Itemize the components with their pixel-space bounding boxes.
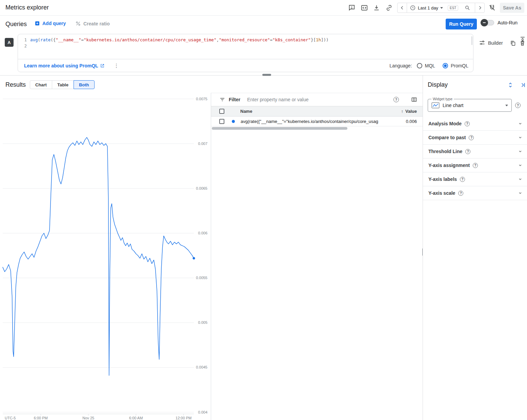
svg-text:6:00 AM: 6:00 AM [129, 416, 143, 420]
tab-both[interactable]: Both [74, 80, 95, 89]
help-icon[interactable]: ? [473, 163, 478, 168]
line-chart-icon [431, 102, 440, 108]
chevron-left-icon [399, 5, 405, 11]
help-icon[interactable]: ? [469, 135, 474, 140]
collapse-panel-icon[interactable] [520, 82, 526, 88]
filter-bar: Filter ? [211, 93, 423, 106]
run-query-button[interactable]: Run Query [446, 19, 477, 29]
line-chart: 0.00750.0070.00650.0060.00550.0050.00450… [0, 93, 211, 420]
mql-label[interactable]: MQL [425, 63, 435, 68]
create-ratio-label: Create ratio [83, 21, 110, 26]
section-y-axis-scale[interactable]: Y-axis scale ? [423, 186, 527, 200]
language-selector: Language: MQL PromQL [389, 63, 468, 68]
time-back-button[interactable] [398, 3, 407, 13]
chevron-down-icon [518, 191, 522, 195]
queries-toolbar: Queries Add query Create ratio Run Query… [0, 16, 527, 33]
clock-icon [410, 5, 416, 11]
row-checkbox[interactable] [219, 119, 224, 124]
sort-ascending-icon: ↑ [401, 109, 404, 114]
tune-icon [479, 40, 485, 46]
learn-more-link[interactable]: Learn more about using PromQL [24, 63, 105, 68]
queries-title: Queries [5, 21, 27, 28]
chevron-down-icon [518, 177, 522, 181]
save-as-button[interactable]: Save As [500, 3, 524, 13]
editor-scrollbar[interactable] [471, 36, 472, 45]
external-link-icon [100, 63, 105, 68]
learn-more-label: Learn more about using PromQL [24, 63, 98, 68]
svg-text:0.006: 0.006 [198, 231, 207, 235]
time-range-dropdown[interactable]: Last 1 day EST [407, 5, 475, 11]
horizontal-scrollbar[interactable] [212, 127, 347, 130]
display-title: Display [428, 81, 448, 88]
tab-table[interactable]: Table [52, 80, 74, 89]
svg-text:0.005: 0.005 [198, 320, 207, 324]
table-row[interactable]: avg(rate({"__name__"="kubernetes.io/anth… [211, 117, 423, 126]
widget-type-label: Widget type [431, 97, 454, 101]
code-area[interactable]: 1 2 avg(rate({"__name__"="kubernetes.io/… [18, 34, 473, 59]
caret-down-icon [505, 105, 508, 106]
search-icon[interactable] [464, 5, 470, 11]
tab-chart[interactable]: Chart [30, 80, 52, 89]
create-ratio-button[interactable]: Create ratio [75, 21, 110, 26]
section-y-axis-assignment[interactable]: Y-axis assignment ? [423, 159, 527, 172]
series-name: avg(rate({"__name__"="kubernetes.io/anth… [241, 119, 390, 124]
help-icon[interactable]: ? [460, 177, 465, 182]
feedback-icon[interactable] [348, 4, 356, 12]
help-icon[interactable]: ? [465, 121, 470, 126]
name-column-header[interactable]: Name [240, 109, 252, 114]
svg-text:0.004: 0.004 [198, 410, 207, 414]
download-icon[interactable] [373, 4, 380, 12]
display-sections: Analysis Mode ? Compare to past ? Thresh… [423, 117, 527, 200]
link-icon[interactable] [385, 4, 393, 12]
value-column-header[interactable]: ↑ Value [401, 109, 417, 114]
filter-input[interactable] [247, 97, 390, 102]
promql-label[interactable]: PromQL [451, 63, 468, 68]
builder-label: Builder [488, 40, 503, 46]
code-icon[interactable] [361, 4, 368, 12]
promql-radio[interactable] [443, 63, 448, 68]
ratio-icon [75, 21, 81, 26]
display-panel: Display Widget type Line chart ? Analysi… [423, 76, 527, 420]
caret-down-icon [440, 7, 443, 9]
magnet-off-icon[interactable] [488, 4, 496, 12]
more-options-icon[interactable]: ⋮ [114, 63, 120, 69]
add-query-button[interactable]: Add query [35, 21, 66, 26]
chevron-down-icon [518, 122, 522, 126]
unfold-sections-icon[interactable] [507, 82, 514, 88]
help-icon[interactable]: ? [393, 97, 399, 102]
time-range-label: Last 1 day [418, 5, 438, 10]
svg-text:0.0065: 0.0065 [196, 186, 207, 190]
page-title: Metrics explorer [5, 4, 49, 11]
help-icon[interactable]: ? [458, 191, 463, 196]
duplicate-query-icon[interactable] [510, 40, 516, 46]
section-compare-to-past[interactable]: Compare to past ? [423, 131, 527, 145]
svg-text:0.0045: 0.0045 [196, 365, 207, 369]
series-value: 0.006 [406, 119, 417, 124]
auto-run-toggle[interactable] [481, 20, 494, 25]
chevron-down-icon [518, 149, 522, 153]
section-y-axis-labels[interactable]: Y-axis labels ? [423, 172, 527, 186]
results-view-tabs: Chart Table Both [30, 80, 95, 89]
svg-text:0.0055: 0.0055 [196, 276, 207, 280]
delete-query-icon[interactable] [519, 40, 526, 46]
help-icon[interactable]: ? [465, 149, 470, 154]
svg-text:0.007: 0.007 [198, 142, 207, 146]
chevron-right-icon [477, 5, 483, 11]
timezone-badge[interactable]: EST [448, 5, 458, 11]
metrics-explorer-page: Metrics explorer Last 1 day EST [0, 0, 527, 420]
column-settings-icon[interactable] [411, 97, 417, 103]
mql-radio[interactable] [417, 63, 422, 68]
query-letter-badge: A [5, 38, 14, 47]
builder-toggle[interactable]: Builder [479, 40, 503, 46]
filter-label: Filter [229, 97, 240, 102]
top-bar: Metrics explorer Last 1 day EST [0, 0, 527, 16]
select-all-checkbox[interactable] [219, 109, 224, 114]
time-forward-button[interactable] [475, 3, 484, 13]
resize-handle[interactable] [262, 74, 271, 76]
promql-query-text[interactable]: avg(rate({"__name__"="kubernetes.io/anth… [30, 37, 329, 43]
widget-type-select[interactable]: Widget type Line chart [428, 99, 512, 112]
help-icon[interactable]: ? [515, 103, 521, 108]
section-threshold-line[interactable]: Threshold Line ? [423, 145, 527, 159]
section-analysis-mode[interactable]: Analysis Mode ? [423, 117, 527, 131]
toggle-knob [481, 19, 488, 26]
